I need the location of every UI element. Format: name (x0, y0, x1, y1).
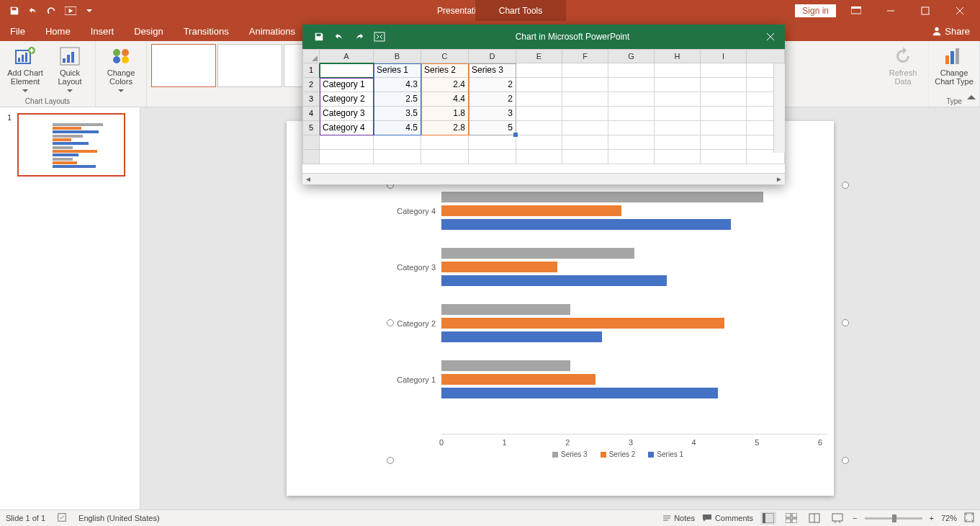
chart-legend[interactable]: Series 3Series 2Series 1 (391, 450, 845, 458)
cell-b2[interactable]: 4.3 (374, 78, 421, 92)
cell-b4[interactable]: 3.5 (374, 107, 421, 121)
tab-transitions[interactable]: Transitions (174, 21, 239, 41)
reading-view-icon[interactable] (806, 512, 822, 525)
zoom-out-icon[interactable]: − (853, 514, 857, 522)
excel-vscrollbar[interactable] (773, 63, 785, 153)
select-all-corner[interactable] (302, 49, 320, 63)
maximize-icon[interactable] (911, 0, 940, 21)
chart-object[interactable]: Category 4Category 3Category 2Category 1… (391, 186, 845, 460)
cell-b1[interactable]: Series 1 (374, 63, 421, 78)
cell-c4[interactable]: 1.8 (421, 107, 469, 121)
quick-layout-button[interactable]: Quick Layout (49, 44, 91, 94)
cell-b5[interactable]: 4.5 (374, 121, 421, 135)
slide-sorter-view-icon[interactable] (783, 512, 799, 525)
hscroll-left-icon[interactable]: ◄ (302, 175, 314, 183)
cell-c2[interactable]: 2.4 (421, 78, 469, 92)
add-chart-element-button[interactable]: Add Chart Element (4, 44, 46, 94)
hscroll-right-icon[interactable]: ► (773, 175, 785, 183)
cell-d1[interactable]: Series 3 (469, 63, 516, 78)
excel-save-icon[interactable] (310, 27, 328, 46)
collapse-ribbon-icon[interactable] (967, 91, 976, 104)
chart-style-1[interactable] (151, 44, 216, 87)
excel-close-icon[interactable] (756, 24, 785, 49)
bar-series2[interactable] (441, 374, 595, 385)
col-header-d[interactable]: D (469, 49, 516, 63)
bar-series1[interactable] (441, 219, 731, 230)
edit-in-excel-icon[interactable] (370, 27, 389, 46)
col-header-e[interactable]: E (516, 49, 562, 63)
change-chart-type-button[interactable]: Change Chart Type (933, 44, 975, 86)
tab-file[interactable]: File (0, 21, 35, 41)
legend-item[interactable]: Series 2 (601, 450, 636, 458)
cell-a2[interactable]: Category 1 (320, 78, 374, 92)
excel-undo-icon[interactable] (330, 27, 349, 46)
cell-c5[interactable]: 2.8 (421, 121, 469, 135)
tab-design[interactable]: Design (124, 21, 173, 41)
normal-view-icon[interactable] (760, 512, 776, 525)
qat-more-icon[interactable] (81, 2, 98, 19)
bar-series1[interactable] (441, 388, 718, 398)
col-header-b[interactable]: B (374, 49, 421, 63)
excel-hscrollbar[interactable]: ◄ ► (302, 173, 785, 184)
bar-series2[interactable] (441, 318, 724, 329)
signin-button[interactable]: Sign in (795, 4, 836, 17)
zoom-in-icon[interactable]: + (930, 514, 934, 522)
legend-item[interactable]: Series 3 (552, 450, 588, 458)
col-header-a[interactable]: A (320, 49, 374, 63)
tab-insert[interactable]: Insert (81, 21, 125, 41)
cell-a5[interactable]: Category 4 (320, 121, 374, 135)
slideshow-view-icon[interactable] (830, 512, 845, 525)
col-header-i[interactable]: I (701, 49, 747, 63)
row-header-5[interactable]: 5 (302, 121, 320, 135)
col-header-h[interactable]: H (655, 49, 701, 63)
close-icon[interactable] (945, 0, 974, 21)
bar-series1[interactable] (441, 275, 667, 286)
cell-c1[interactable]: Series 2 (421, 63, 469, 78)
zoom-level[interactable]: 72% (941, 514, 957, 522)
col-header-f[interactable]: F (562, 49, 608, 63)
spellcheck-icon[interactable] (57, 512, 67, 524)
cell-a3[interactable]: Category 2 (320, 92, 374, 107)
comments-button[interactable]: Comments (702, 514, 753, 522)
bar-series2[interactable] (441, 262, 557, 272)
start-from-beginning-icon[interactable] (62, 2, 79, 19)
cell-a1[interactable] (320, 63, 374, 78)
col-header-c[interactable]: C (421, 49, 469, 63)
cell-d2[interactable]: 2 (469, 78, 516, 92)
excel-redo-icon[interactable] (350, 27, 369, 46)
share-button[interactable]: Share (922, 21, 980, 41)
cell-d5[interactable]: 5 (469, 121, 516, 135)
col-header-g[interactable]: G (608, 49, 655, 63)
change-colors-button[interactable]: Change Colors (100, 44, 142, 94)
cell-a4[interactable]: Category 3 (320, 107, 374, 121)
row-header-2[interactable]: 2 (302, 78, 320, 92)
fit-to-window-icon[interactable] (964, 512, 974, 524)
row-header-3[interactable]: 3 (302, 92, 320, 107)
excel-grid[interactable]: A B C D E F G H I 1 Series 1 Series 2 Se… (302, 49, 785, 164)
row-header-4[interactable]: 4 (302, 107, 320, 121)
save-icon[interactable] (6, 2, 23, 19)
bar-series2[interactable] (441, 205, 621, 216)
tab-home[interactable]: Home (35, 21, 81, 41)
cell-b3[interactable]: 2.5 (374, 92, 421, 107)
legend-item[interactable]: Series 1 (648, 450, 683, 458)
tab-animations[interactable]: Animations (239, 21, 305, 41)
redo-icon[interactable] (43, 2, 60, 19)
ribbon-display-options-icon[interactable] (842, 0, 871, 21)
bar-series3[interactable] (441, 192, 763, 202)
bar-series3[interactable] (441, 248, 634, 259)
row-header-1[interactable]: 1 (302, 63, 320, 78)
bar-series3[interactable] (441, 304, 570, 315)
notes-button[interactable]: Notes (662, 514, 695, 522)
undo-icon[interactable] (24, 2, 42, 19)
minimize-icon[interactable] (876, 0, 905, 21)
slide-thumbnail-1[interactable] (17, 113, 125, 177)
bar-series1[interactable] (441, 331, 602, 342)
chart-plot-area[interactable]: Category 4Category 3Category 2Category 1… (391, 186, 845, 460)
cell-c3[interactable]: 4.4 (421, 92, 469, 107)
cell-d4[interactable]: 3 (469, 107, 516, 121)
bar-series3[interactable] (441, 360, 570, 371)
chart-style-2[interactable] (217, 44, 282, 87)
zoom-slider[interactable] (865, 517, 922, 520)
language-status[interactable]: English (United States) (78, 514, 160, 522)
